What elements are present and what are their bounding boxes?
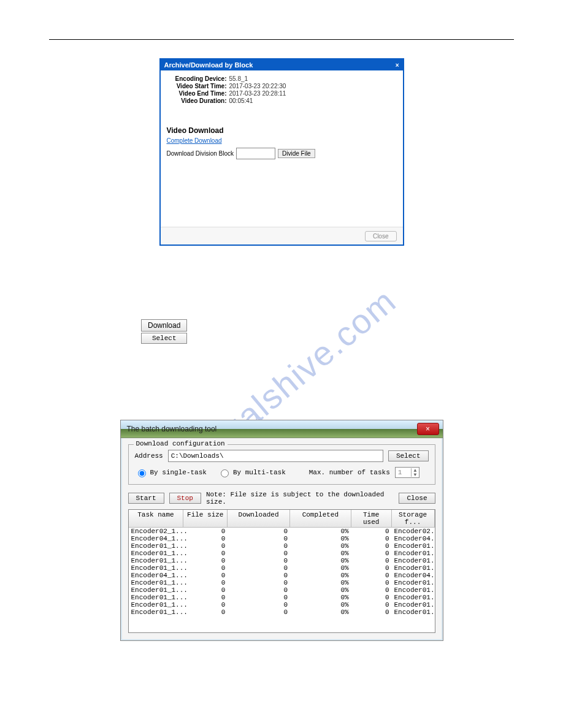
select-button[interactable]: Select [141, 333, 187, 344]
cell-completed: 0% [290, 572, 351, 579]
cell-storage: Encoder01... [392, 586, 435, 594]
division-block-label: Download Division Block [167, 150, 234, 157]
cell-completed: 0% [290, 601, 351, 609]
cell-task: Encoder01_1... [129, 564, 184, 572]
table-row[interactable]: Encoder01_1...000%0Encoder01... [129, 550, 435, 557]
cell-size: 0 [184, 564, 228, 572]
cell-downloaded: 0 [228, 564, 290, 572]
cell-size: 0 [184, 557, 228, 564]
table-row[interactable]: Encoder01_1...000%0Encoder01... [129, 542, 435, 550]
note-text: Note: File size is subject to the downlo… [206, 491, 394, 506]
cell-completed: 0% [290, 586, 351, 594]
table-row[interactable]: Encoder01_1...000%0Encoder01... [129, 586, 435, 594]
cell-size: 0 [184, 550, 228, 557]
video-start-row: Video Start Time: 2017-03-23 20:22:30 [167, 83, 397, 89]
cell-time: 0 [351, 586, 392, 594]
col-storage[interactable]: Storage f... [392, 510, 435, 527]
spinner-arrows-icon[interactable]: ▲▼ [411, 468, 419, 477]
cell-size: 0 [184, 594, 228, 601]
cell-size: 0 [184, 572, 228, 579]
max-tasks-value: 1 [398, 469, 402, 476]
division-block-input[interactable] [236, 148, 275, 159]
max-tasks-spinner[interactable]: 1 ▲▼ [395, 467, 419, 478]
address-input[interactable] [168, 450, 383, 462]
cell-size: 0 [184, 579, 228, 586]
cell-downloaded: 0 [228, 579, 290, 586]
encoding-device-label: Encoding Device: [167, 75, 229, 82]
cell-storage: Encoder01... [392, 609, 435, 616]
cell-time: 0 [351, 550, 392, 557]
close-batch-button[interactable]: Close [399, 493, 435, 504]
single-task-radio[interactable]: By single-task [135, 468, 207, 477]
cell-size: 0 [184, 542, 228, 550]
video-duration-label: Video Duration: [167, 97, 229, 104]
cell-storage: Encoder01... [392, 579, 435, 586]
multi-task-radio[interactable]: By multi-task [218, 468, 286, 477]
cell-storage: Encoder01... [392, 594, 435, 601]
video-end-label: Video End Time: [167, 90, 229, 97]
divider [49, 39, 514, 40]
video-download-heading: Video Download [167, 126, 397, 135]
stop-button[interactable]: Stop [169, 493, 201, 504]
cell-size: 0 [184, 601, 228, 609]
col-file-size[interactable]: File size [183, 510, 228, 527]
multi-task-radio-input[interactable] [221, 469, 229, 477]
table-row[interactable]: Encoder01_1...000%0Encoder01... [129, 579, 435, 586]
cell-downloaded: 0 [228, 542, 290, 550]
divide-file-button[interactable]: Divide File [278, 149, 315, 158]
table-row[interactable]: Encoder01_1...000%0Encoder01... [129, 594, 435, 601]
single-task-label: By single-task [150, 469, 207, 476]
cell-completed: 0% [290, 594, 351, 601]
cell-completed: 0% [290, 579, 351, 586]
single-task-radio-input[interactable] [138, 469, 146, 477]
table-row[interactable]: Encoder01_1...000%0Encoder01... [129, 609, 435, 616]
cell-time: 0 [351, 528, 392, 535]
cell-completed: 0% [290, 550, 351, 557]
dialog-titlebar: Archive/Download by Block × [161, 59, 403, 70]
cell-size: 0 [184, 586, 228, 594]
table-row[interactable]: Encoder01_1...000%0Encoder01... [129, 601, 435, 609]
col-downloaded[interactable]: Downloaded [228, 510, 290, 527]
table-row[interactable]: Encoder01_1...000%0Encoder01... [129, 564, 435, 572]
cell-downloaded: 0 [228, 572, 290, 579]
select-path-button[interactable]: Select [388, 450, 429, 461]
cell-downloaded: 0 [228, 550, 290, 557]
col-time-used[interactable]: Time used [351, 510, 392, 527]
download-button[interactable]: Download [141, 319, 187, 332]
close-button[interactable]: Close [365, 231, 397, 241]
cell-task: Encoder01_1... [129, 557, 184, 564]
cell-size: 0 [184, 609, 228, 616]
cell-downloaded: 0 [228, 528, 290, 535]
batch-download-dialog: The batch downloading tool × Download co… [120, 420, 443, 641]
start-button[interactable]: Start [128, 493, 164, 504]
cell-time: 0 [351, 594, 392, 601]
cell-time: 0 [351, 535, 392, 542]
cell-time: 0 [351, 557, 392, 564]
cell-completed: 0% [290, 557, 351, 564]
table-row[interactable]: Encoder02_1...000%0Encoder02... [129, 528, 435, 535]
complete-download-link[interactable]: Complete Download [167, 137, 222, 144]
cell-size: 0 [184, 528, 228, 535]
cell-downloaded: 0 [228, 594, 290, 601]
cell-storage: Encoder01... [392, 564, 435, 572]
archive-download-dialog: Archive/Download by Block × Encoding Dev… [159, 58, 404, 246]
cell-task: Encoder01_1... [129, 586, 184, 594]
window-close-button[interactable]: × [417, 423, 439, 435]
close-icon[interactable]: × [396, 62, 399, 69]
cell-downloaded: 0 [228, 535, 290, 542]
cell-task: Encoder01_1... [129, 579, 184, 586]
table-row[interactable]: Encoder04_1...000%0Encoder04... [129, 535, 435, 542]
encoding-device-value: 55.8_1 [229, 75, 248, 82]
cell-completed: 0% [290, 609, 351, 616]
cell-time: 0 [351, 609, 392, 616]
cell-completed: 0% [290, 535, 351, 542]
cell-downloaded: 0 [228, 557, 290, 564]
col-task-name[interactable]: Task name [129, 510, 184, 527]
download-config-legend: Download configuration [134, 440, 228, 447]
cell-storage: Encoder02... [392, 528, 435, 535]
col-completed[interactable]: Completed [290, 510, 351, 527]
cell-storage: Encoder01... [392, 601, 435, 609]
table-row[interactable]: Encoder04_1...000%0Encoder04... [129, 572, 435, 579]
table-row[interactable]: Encoder01_1...000%0Encoder01... [129, 557, 435, 564]
cell-task: Encoder04_1... [129, 572, 184, 579]
